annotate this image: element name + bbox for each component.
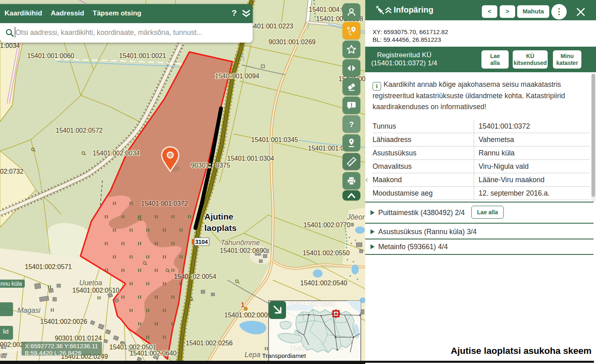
svg-text:15401:002:0510: 15401:002:0510 [72, 287, 119, 294]
svg-text:Uuetoa: Uuetoa [79, 279, 102, 287]
svg-text:15401:002:0550: 15401:002:0550 [303, 250, 350, 256]
svg-text:Jõeor: Jõeor [347, 213, 365, 221]
svg-text:15401:002:0034: 15401:002:0034 [93, 150, 140, 157]
svg-text:15401:002:0572: 15401:002:0572 [56, 127, 103, 134]
svg-text:15401:002:0640: 15401:002:0640 [130, 350, 177, 357]
svg-text:?: ? [349, 120, 353, 128]
svg-text:15401:002:0540: 15401:002:0540 [300, 280, 347, 286]
svg-text::02:0054: :02:0054 [191, 273, 216, 280]
svg-text:1540: 1540 [174, 273, 189, 280]
svg-text:m: m [1, 343, 6, 349]
svg-text:15401:002:0770: 15401:002:0770 [303, 222, 351, 228]
svg-text:15401:001:0223: 15401:001:0223 [246, 23, 293, 30]
svg-text:90301:: 90301: [191, 162, 211, 169]
svg-text:15401:001:0372: 15401:001:0372 [141, 200, 188, 207]
svg-text:15401:002:0571: 15401:002:0571 [25, 263, 72, 270]
svg-text:15401:001:0021: 15401:001:0021 [119, 52, 166, 59]
svg-text:90301:001:0269: 90301:001:0269 [269, 39, 316, 45]
svg-text:15401:001:0345: 15401:001:0345 [251, 136, 298, 143]
svg-text:Transpordiamet: Transpordiamet [262, 352, 306, 359]
svg-text:Tahunõmme: Tahunõmme [221, 239, 260, 247]
svg-text:15401:002:0005: 15401:002:0005 [224, 312, 271, 319]
svg-text:15401:002:0690: 15401:002:0690 [220, 247, 267, 254]
svg-text:Magasi: Magasi [17, 306, 41, 314]
svg-text:67: 67 [1, 353, 7, 359]
svg-text:15401:001:0304: 15401:001:0304 [227, 155, 274, 162]
svg-text:1: 1 [241, 302, 245, 308]
svg-text:90301:001:0124: 90301:001:0124 [55, 335, 102, 342]
svg-text:15401:002:0026: 15401:002:0026 [40, 318, 87, 325]
svg-text::001:0094: :001:0094 [230, 73, 259, 80]
svg-text:02:0732: 02:0732 [0, 168, 24, 175]
svg-text:3104: 3104 [195, 239, 208, 245]
svg-text:Lepa: Lepa [245, 351, 260, 359]
svg-text:0375: 0375 [216, 162, 230, 169]
svg-text:Ajutine: Ajutine [204, 212, 233, 221]
svg-text:1540: 1540 [215, 73, 230, 80]
svg-text:laoplats: laoplats [204, 223, 236, 233]
svg-text:15401:001:0060: 15401:001:0060 [27, 52, 74, 59]
svg-text:15401:002:0256: 15401:002:0256 [186, 340, 233, 347]
svg-text:1:0034: 1:0034 [0, 42, 20, 49]
